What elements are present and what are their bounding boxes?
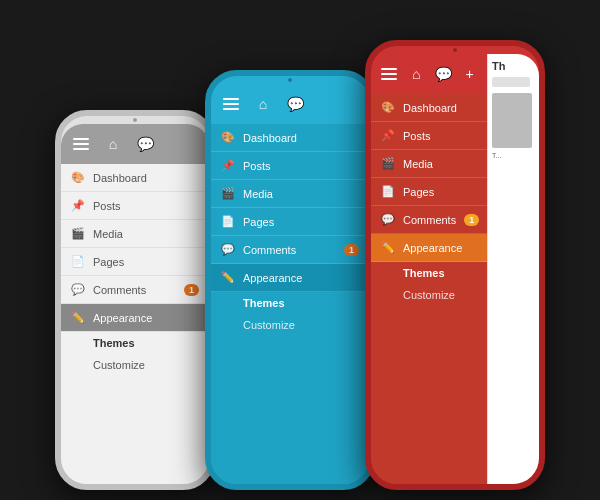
- comments-icon: 💬: [71, 283, 85, 296]
- themes-link-blue[interactable]: Themes: [211, 292, 369, 314]
- posts-label-blue: Posts: [243, 160, 271, 172]
- customize-link-red[interactable]: Customize: [371, 284, 487, 306]
- hamburger-button-blue[interactable]: [219, 92, 243, 116]
- comments-label: Comments: [93, 284, 146, 296]
- dashboard-label: Dashboard: [93, 172, 147, 184]
- topbar-light: ⌂ 💬: [61, 124, 209, 164]
- comments-icon-blue: 💬: [221, 243, 235, 256]
- appearance-submenu: Themes Customize: [61, 332, 209, 376]
- menu-item-media[interactable]: 🎬 Media: [61, 220, 209, 248]
- pages-label-blue: Pages: [243, 216, 274, 228]
- topbar-blue: ⌂ 💬: [211, 84, 369, 124]
- home-icon-red[interactable]: ⌂: [407, 62, 426, 86]
- preview-thumbnail: [492, 93, 532, 148]
- menu-item-appearance-active[interactable]: ✏️ Appearance: [61, 304, 209, 332]
- menu-item-dashboard-red[interactable]: 🎨 Dashboard: [371, 94, 487, 122]
- dashboard-icon-blue: 🎨: [221, 131, 235, 144]
- appearance-submenu-blue: Themes Customize: [211, 292, 369, 336]
- menu-item-comments[interactable]: 💬 Comments 1: [61, 276, 209, 304]
- appearance-label: Appearance: [93, 312, 152, 324]
- dashboard-label-blue: Dashboard: [243, 132, 297, 144]
- menu-item-posts-blue[interactable]: 📌 Posts: [211, 152, 369, 180]
- comments-badge-red: 1: [464, 214, 479, 226]
- appearance-label-blue: Appearance: [243, 272, 302, 284]
- media-icon-blue: 🎬: [221, 187, 235, 200]
- posts-label: Posts: [93, 200, 121, 212]
- posts-icon-blue: 📌: [221, 159, 235, 172]
- menu-item-pages-red[interactable]: 📄 Pages: [371, 178, 487, 206]
- pages-label: Pages: [93, 256, 124, 268]
- menu-item-dashboard-blue[interactable]: 🎨 Dashboard: [211, 124, 369, 152]
- phone-red: ⌂ 💬 + 🎨 Dashboard 📌 Posts 🎬 Med: [365, 40, 545, 490]
- appearance-label-red: Appearance: [403, 242, 462, 254]
- appearance-icon-blue: ✏️: [221, 271, 235, 284]
- preview-search-bar: [492, 77, 530, 87]
- menu-blue: 🎨 Dashboard 📌 Posts 🎬 Media 📄 Pages 💬: [211, 124, 369, 484]
- comments-label-red: Comments: [403, 214, 456, 226]
- preview-label: T...: [492, 152, 535, 159]
- dashboard-icon: 🎨: [71, 171, 85, 184]
- home-icon-blue[interactable]: ⌂: [251, 92, 275, 116]
- menu-item-comments-red[interactable]: 💬 Comments 1: [371, 206, 487, 234]
- menu-red: 🎨 Dashboard 📌 Posts 🎬 Media 📄 Pages: [371, 94, 487, 484]
- dashboard-icon-red: 🎨: [381, 101, 395, 114]
- phone-blue: ⌂ 💬 🎨 Dashboard 📌 Posts 🎬 Media 📄: [205, 70, 375, 490]
- menu-item-comments-blue[interactable]: 💬 Comments 1: [211, 236, 369, 264]
- phones-scene: ⌂ 💬 🎨 Dashboard 📌 Posts 🎬 Media 📄: [55, 10, 545, 490]
- menu-item-posts-red[interactable]: 📌 Posts: [371, 122, 487, 150]
- phone-light: ⌂ 💬 🎨 Dashboard 📌 Posts 🎬 Media 📄: [55, 110, 215, 490]
- appearance-icon-red: ✏️: [381, 241, 395, 254]
- menu-item-posts[interactable]: 📌 Posts: [61, 192, 209, 220]
- menu-item-pages[interactable]: 📄 Pages: [61, 248, 209, 276]
- appearance-submenu-red: Themes Customize: [371, 262, 487, 306]
- hamburger-button[interactable]: [69, 132, 93, 156]
- posts-icon-red: 📌: [381, 129, 395, 142]
- media-label-red: Media: [403, 158, 433, 170]
- preview-panel: Th T...: [487, 54, 539, 484]
- themes-link[interactable]: Themes: [61, 332, 209, 354]
- plus-icon-red[interactable]: +: [460, 62, 479, 86]
- menu-light: 🎨 Dashboard 📌 Posts 🎬 Media 📄 Pages 💬: [61, 164, 209, 484]
- preview-title: Th: [492, 60, 535, 73]
- pages-label-red: Pages: [403, 186, 434, 198]
- menu-item-dashboard[interactable]: 🎨 Dashboard: [61, 164, 209, 192]
- pages-icon-red: 📄: [381, 185, 395, 198]
- comment-icon-red[interactable]: 💬: [434, 62, 453, 86]
- home-icon[interactable]: ⌂: [101, 132, 125, 156]
- pages-icon-blue: 📄: [221, 215, 235, 228]
- media-icon: 🎬: [71, 227, 85, 240]
- hamburger-button-red[interactable]: [379, 62, 399, 86]
- topbar-red: ⌂ 💬 +: [371, 54, 487, 94]
- comments-badge-blue: 1: [344, 244, 359, 256]
- comment-icon[interactable]: 💬: [133, 132, 157, 156]
- themes-link-red[interactable]: Themes: [371, 262, 487, 284]
- menu-item-media-red[interactable]: 🎬 Media: [371, 150, 487, 178]
- appearance-icon: ✏️: [71, 311, 85, 324]
- comment-icon-blue[interactable]: 💬: [283, 92, 307, 116]
- posts-label-red: Posts: [403, 130, 431, 142]
- customize-link[interactable]: Customize: [61, 354, 209, 376]
- comments-icon-red: 💬: [381, 213, 395, 226]
- comments-label-blue: Comments: [243, 244, 296, 256]
- media-icon-red: 🎬: [381, 157, 395, 170]
- menu-item-pages-blue[interactable]: 📄 Pages: [211, 208, 369, 236]
- menu-item-appearance-blue-active[interactable]: ✏️ Appearance: [211, 264, 369, 292]
- pages-icon: 📄: [71, 255, 85, 268]
- media-label-blue: Media: [243, 188, 273, 200]
- customize-link-blue[interactable]: Customize: [211, 314, 369, 336]
- menu-item-appearance-red-active[interactable]: ✏️ Appearance: [371, 234, 487, 262]
- comments-badge: 1: [184, 284, 199, 296]
- dashboard-label-red: Dashboard: [403, 102, 457, 114]
- posts-icon: 📌: [71, 199, 85, 212]
- menu-item-media-blue[interactable]: 🎬 Media: [211, 180, 369, 208]
- media-label: Media: [93, 228, 123, 240]
